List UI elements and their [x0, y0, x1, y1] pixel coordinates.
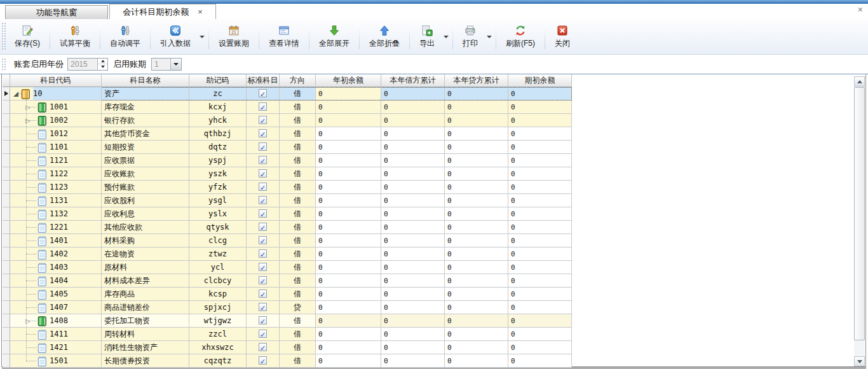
cell-year-begin-balance[interactable]: 0: [316, 261, 381, 274]
account-row[interactable]: 1012其他货币资金qthbzj借0000: [3, 127, 572, 141]
cell-year-debit-total[interactable]: 0: [381, 114, 445, 127]
checked-checkbox[interactable]: [259, 183, 267, 191]
cell-year-debit-total[interactable]: 0: [381, 261, 445, 274]
cell-year-credit-total[interactable]: 0: [445, 301, 508, 314]
cell-year-credit-total[interactable]: 0: [445, 181, 508, 194]
account-row[interactable]: 1122应收账款yszk借0000: [3, 167, 572, 181]
column-header[interactable]: 科目代码: [10, 74, 102, 87]
cell-year-begin-balance[interactable]: 0: [316, 328, 381, 341]
cell-year-credit-total[interactable]: 0: [445, 101, 508, 114]
cell-year-credit-total[interactable]: 0: [445, 87, 508, 101]
account-row[interactable]: 1405库存商品kcsp借0000: [3, 288, 572, 301]
account-row[interactable]: 1101短期投资dqtz借0000: [3, 141, 572, 154]
checked-checkbox[interactable]: [259, 116, 267, 124]
cell-year-debit-total[interactable]: 0: [381, 87, 445, 101]
cell-year-begin-balance[interactable]: 0: [316, 247, 381, 261]
checked-checkbox[interactable]: [259, 209, 267, 218]
cell-year-begin-balance[interactable]: 0: [316, 354, 381, 368]
cell-opening-balance[interactable]: 0: [508, 141, 572, 154]
checked-checkbox[interactable]: [259, 263, 267, 271]
row-selector-cell[interactable]: [3, 314, 10, 328]
cell-year-begin-balance[interactable]: 0: [316, 301, 381, 314]
cell-opening-balance[interactable]: 0: [508, 221, 572, 234]
cell-opening-balance[interactable]: 0: [508, 194, 572, 207]
toolbar-gripper[interactable]: [2, 23, 6, 50]
row-selector-cell[interactable]: [3, 154, 10, 167]
cell-opening-balance[interactable]: 0: [508, 341, 572, 354]
checked-checkbox[interactable]: [259, 196, 267, 204]
account-row[interactable]: ▷1001库存现金kcxj借0000: [3, 101, 572, 114]
checked-checkbox[interactable]: [259, 129, 267, 137]
scroll-down-button[interactable]: [854, 356, 865, 366]
cell-year-credit-total[interactable]: 0: [445, 127, 508, 141]
cell-year-debit-total[interactable]: 0: [381, 314, 445, 328]
auto-balance-button[interactable]: 自动调平: [104, 21, 147, 52]
cell-opening-balance[interactable]: 0: [508, 127, 572, 141]
cell-opening-balance[interactable]: 0: [508, 274, 572, 288]
cell-year-debit-total[interactable]: 0: [381, 101, 445, 114]
column-header[interactable]: 标准科目: [247, 74, 280, 87]
row-selector-cell[interactable]: [3, 87, 10, 101]
cell-year-credit-total[interactable]: 0: [445, 194, 508, 207]
tree-collapsed-icon[interactable]: ▷: [25, 101, 31, 114]
combobox-dropdown-icon[interactable]: [170, 59, 181, 70]
row-selector-cell[interactable]: [3, 328, 10, 341]
cell-year-begin-balance[interactable]: 0: [316, 288, 381, 301]
cell-year-credit-total[interactable]: 0: [445, 314, 508, 328]
cell-year-debit-total[interactable]: 0: [381, 354, 445, 368]
checked-checkbox[interactable]: [259, 169, 267, 178]
account-row[interactable]: 1121应收票据yspj借0000: [3, 154, 572, 167]
close-button[interactable]: 关闭: [548, 21, 576, 52]
refresh-button[interactable]: 刷新(F5): [499, 21, 541, 52]
checked-checkbox[interactable]: [259, 356, 267, 365]
row-selector-cell[interactable]: [3, 167, 10, 181]
row-selector-cell[interactable]: [3, 234, 10, 247]
column-header[interactable]: 期初余额: [508, 74, 572, 87]
cell-year-begin-balance[interactable]: 0: [316, 127, 381, 141]
scroll-up-button[interactable]: [854, 76, 865, 87]
cell-year-credit-total[interactable]: 0: [445, 167, 508, 181]
account-year-spinner[interactable]: 2015: [67, 58, 108, 71]
cell-opening-balance[interactable]: 0: [508, 261, 572, 274]
checked-checkbox[interactable]: [259, 236, 267, 244]
tab-function-nav[interactable]: 功能导航窗: [5, 5, 108, 19]
cell-year-credit-total[interactable]: 0: [445, 234, 508, 247]
checked-checkbox[interactable]: [259, 343, 267, 351]
collapse-all-button[interactable]: 全部折叠: [363, 21, 406, 52]
cell-year-begin-balance[interactable]: 0: [316, 234, 381, 247]
cell-opening-balance[interactable]: 0: [508, 234, 572, 247]
cell-opening-balance[interactable]: 0: [508, 301, 572, 314]
checked-checkbox[interactable]: [259, 102, 267, 111]
account-row[interactable]: 10资产zc借0000: [3, 87, 572, 101]
spinner-up-button[interactable]: [98, 59, 107, 64]
cell-year-begin-balance[interactable]: 0: [316, 194, 381, 207]
import-data-button[interactable]: 引入数据: [154, 21, 197, 52]
cell-year-credit-total[interactable]: 0: [445, 341, 508, 354]
row-selector-cell[interactable]: [3, 247, 10, 261]
filterbar-gripper[interactable]: [2, 59, 6, 70]
account-row[interactable]: 1407商品进销差价spjxcj贷0000: [3, 301, 572, 314]
column-header[interactable]: 本年借方累计: [381, 74, 445, 87]
cell-year-debit-total[interactable]: 0: [381, 194, 445, 207]
cell-opening-balance[interactable]: 0: [508, 328, 572, 341]
cell-year-begin-balance[interactable]: 0: [316, 181, 381, 194]
cell-year-credit-total[interactable]: 0: [445, 274, 508, 288]
row-selector-cell[interactable]: [3, 127, 10, 141]
row-selector-cell[interactable]: [3, 288, 10, 301]
row-selector-cell[interactable]: [3, 101, 10, 114]
column-header[interactable]: 年初余额: [316, 74, 381, 87]
tree-expanded-icon[interactable]: [13, 92, 18, 97]
row-selector-cell[interactable]: [3, 261, 10, 274]
row-selector-cell[interactable]: [3, 354, 10, 368]
cell-year-credit-total[interactable]: 0: [445, 247, 508, 261]
cell-year-credit-total[interactable]: 0: [445, 354, 508, 368]
account-row[interactable]: 1131应收股利ysgl借0000: [3, 194, 572, 207]
cell-year-debit-total[interactable]: 0: [381, 207, 445, 221]
checked-checkbox[interactable]: [259, 303, 267, 311]
column-header[interactable]: 方向: [280, 74, 316, 87]
checked-checkbox[interactable]: [259, 89, 267, 97]
cell-opening-balance[interactable]: 0: [508, 354, 572, 368]
cell-opening-balance[interactable]: 0: [508, 114, 572, 127]
cell-year-credit-total[interactable]: 0: [445, 141, 508, 154]
export-dropdown-arrow-icon[interactable]: [442, 21, 449, 52]
